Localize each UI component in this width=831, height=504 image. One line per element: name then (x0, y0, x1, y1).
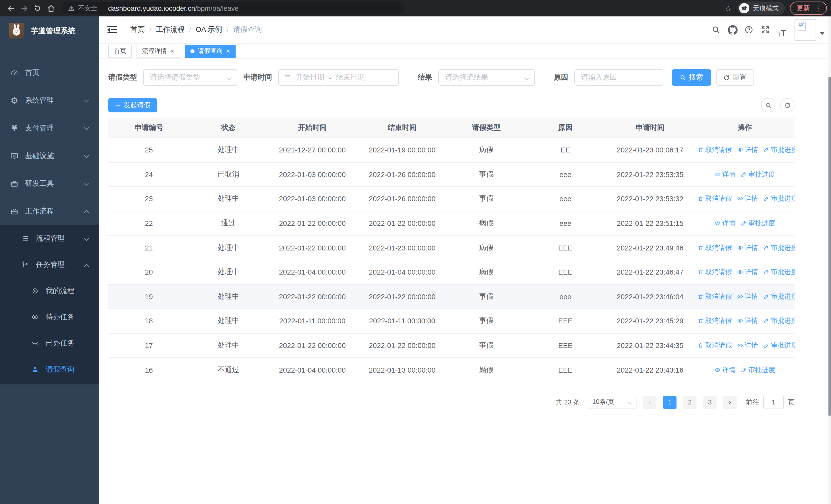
table-header: 申请编号状态开始时间结束时间请假类型原因申请时间操作 (108, 118, 795, 138)
address-bar[interactable]: 不安全 dashboard.yudao.iocoder.cn /bpm/oa/l… (62, 2, 404, 14)
search-button[interactable]: 搜索 (672, 69, 711, 86)
breadcrumb-item[interactable]: 工作流程 (156, 25, 184, 34)
sidebar-item-my-process[interactable]: 我的流程 (0, 278, 99, 304)
sidebar-item-label: 研发工具 (25, 179, 54, 188)
sidebar-item-payment[interactable]: ¥支付管理 (0, 114, 99, 142)
table-row: 16不通过2022-01-04 00:00:002022-01-13 00:00… (108, 358, 795, 382)
column-header: 申请编号 (108, 123, 190, 132)
date-separator: - (329, 73, 331, 82)
sidebar-item-process-mgmt[interactable]: 流程管理 (0, 225, 99, 251)
back-icon[interactable] (4, 2, 18, 15)
action-progress-link[interactable]: 审批进度 (763, 317, 795, 326)
action-progress-link[interactable]: 审批进度 (741, 219, 775, 228)
cell-type: 事假 (447, 170, 525, 179)
edit-icon (763, 147, 769, 153)
security-label[interactable]: 不安全 (78, 4, 97, 12)
chevron-down-icon (84, 125, 89, 130)
action-detail-link[interactable]: 详情 (737, 243, 758, 252)
breadcrumb-item[interactable]: 首页 (131, 25, 145, 34)
tab-home[interactable]: 首页 (108, 45, 132, 58)
action-cancel-link[interactable]: 取消请假 (697, 317, 732, 326)
font-size-icon[interactable]: TT (774, 22, 790, 37)
bookmark-star-icon[interactable]: ☆ (724, 3, 732, 13)
result-select[interactable]: 请选择流结果 (438, 69, 535, 86)
scrollbar-thumb[interactable] (828, 77, 831, 416)
action-detail-link[interactable]: 详情 (715, 170, 736, 179)
page-button[interactable]: 1 (663, 396, 677, 409)
action-label: 详情 (722, 219, 736, 228)
sidebar-item-leave-query[interactable]: 请假查询 (0, 356, 99, 382)
home-icon[interactable] (44, 2, 57, 15)
action-progress-link[interactable]: 审批进度 (763, 268, 795, 277)
page-size-select[interactable]: 10条/页 (588, 396, 636, 409)
avatar[interactable] (795, 19, 816, 40)
action-detail-link[interactable]: 详情 (737, 292, 758, 301)
action-detail-link[interactable]: 详情 (737, 317, 758, 326)
action-detail-link[interactable]: 详情 (737, 146, 758, 155)
action-progress-link[interactable]: 审批进度 (763, 341, 795, 350)
create-leave-button[interactable]: 发起请假 (108, 98, 157, 112)
close-icon[interactable] (170, 48, 174, 54)
tab-leave-query[interactable]: 请假查询 (184, 45, 236, 58)
table-refresh-icon[interactable] (780, 98, 795, 112)
sidebar-item-workflow[interactable]: 工作流程 (0, 198, 99, 225)
action-detail-link[interactable]: 详情 (737, 341, 758, 350)
sidebar-item-system[interactable]: ⚙系统管理 (0, 87, 99, 114)
browser-menu-icon[interactable]: ⋮ (814, 4, 822, 12)
action-progress-link[interactable]: 审批进度 (763, 146, 795, 155)
my-process-icon (31, 287, 39, 295)
action-progress-link[interactable]: 审批进度 (763, 292, 795, 301)
sidebar-item-home[interactable]: 首页 (0, 59, 99, 87)
action-detail-link[interactable]: 详情 (715, 219, 736, 228)
action-cancel-link[interactable]: 取消请假 (697, 243, 732, 252)
action-label: 详情 (745, 317, 758, 326)
breadcrumb-item[interactable]: OA 示例 (196, 25, 222, 34)
action-progress-link[interactable]: 审批进度 (741, 365, 775, 375)
chevron-down-icon[interactable] (820, 32, 825, 35)
table-search-icon[interactable] (761, 98, 776, 112)
tab-process-detail[interactable]: 流程详情 (137, 45, 180, 58)
sidebar-item-task-mgmt[interactable]: 任务管理 (0, 251, 99, 278)
fullscreen-icon[interactable] (757, 22, 773, 37)
search-icon[interactable] (708, 22, 724, 37)
action-progress-link[interactable]: 审批进度 (741, 170, 775, 179)
action-progress-link[interactable]: 审批进度 (763, 194, 795, 204)
cell-reason: EEE (525, 317, 605, 325)
action-cancel-link[interactable]: 取消请假 (697, 146, 732, 155)
sidebar-item-todo-tasks[interactable]: 待办任务 (0, 304, 99, 330)
sidebar-item-infra[interactable]: 基础设施 (0, 142, 99, 170)
help-icon[interactable] (741, 22, 756, 37)
goto-page-input[interactable]: 1 (763, 396, 784, 409)
action-progress-link[interactable]: 审批进度 (763, 243, 795, 252)
sidebar: 芋道管理系统 首页⚙系统管理¥支付管理基础设施研发工具工作流程流程管理任务管理我… (0, 17, 99, 504)
collapse-sidebar-icon[interactable] (107, 26, 117, 34)
action-detail-link[interactable]: 详情 (737, 268, 758, 277)
forward-icon[interactable] (18, 2, 31, 15)
cell-type: 婚假 (447, 365, 525, 375)
action-cancel-link[interactable]: 取消请假 (697, 268, 732, 277)
reason-input[interactable]: 请输入原因 (574, 69, 663, 86)
update-button[interactable]: 更新 ⋮ (790, 2, 827, 15)
page-button[interactable]: 2 (683, 396, 696, 409)
reset-button[interactable]: 重置 (716, 69, 754, 86)
apply-time-range-picker[interactable]: 开始日期 - 结束日期 (278, 69, 399, 86)
reload-icon[interactable] (31, 2, 44, 15)
chevron-down-icon (227, 75, 232, 80)
sidebar-item-done-tasks[interactable]: 已办任务 (0, 330, 99, 356)
edit-icon (741, 220, 747, 226)
action-cancel-link[interactable]: 取消请假 (697, 341, 732, 350)
leave-type-select[interactable]: 请选择请假类型 (143, 69, 237, 86)
action-detail-link[interactable]: 详情 (737, 194, 758, 204)
sidebar-item-devtools[interactable]: 研发工具 (0, 170, 99, 198)
action-cancel-link[interactable]: 取消请假 (697, 194, 732, 204)
url-path[interactable]: /bpm/oa/leave (195, 4, 239, 12)
update-label[interactable]: 更新 (797, 4, 810, 13)
close-icon[interactable] (226, 48, 230, 54)
action-detail-link[interactable]: 详情 (715, 365, 736, 375)
page-button[interactable]: 3 (703, 396, 717, 409)
github-icon[interactable] (725, 22, 740, 37)
prev-page-button[interactable]: ‹ (643, 396, 657, 409)
next-page-button[interactable]: › (723, 396, 737, 409)
action-cancel-link[interactable]: 取消请假 (697, 292, 732, 301)
url-host[interactable]: dashboard.yudao.iocoder.cn (108, 4, 195, 12)
